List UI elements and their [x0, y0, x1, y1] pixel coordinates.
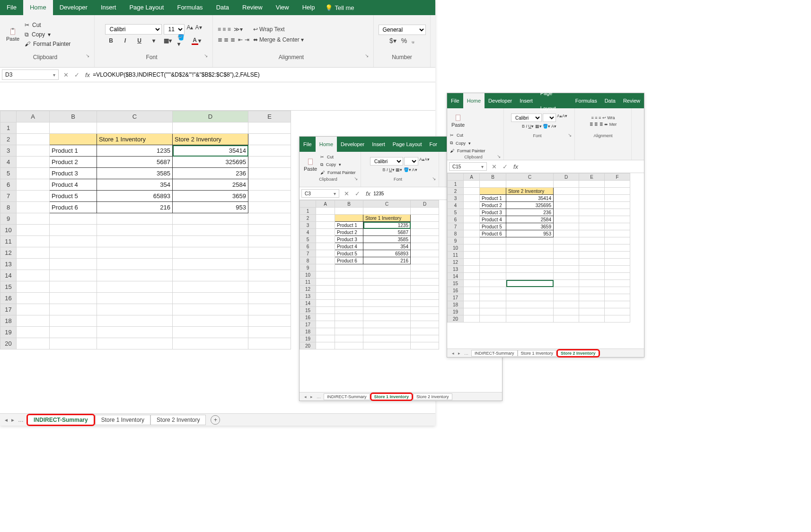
cell-E5[interactable] [248, 168, 291, 179]
row-header-5[interactable]: 5 [300, 236, 316, 243]
cell-C17[interactable] [506, 294, 554, 301]
font-color-button[interactable]: A▾ [192, 36, 201, 45]
cell-D19[interactable] [554, 308, 579, 315]
cell-B6[interactable]: Product 4 [480, 216, 506, 223]
dialog-launcher-icon[interactable]: ↘ [204, 53, 208, 58]
cell-E6[interactable] [248, 179, 291, 191]
cell-B8[interactable]: Product 6 [50, 202, 97, 213]
row-header-14[interactable]: 14 [300, 300, 316, 307]
cell-B4[interactable]: Product 2 [50, 157, 97, 168]
sheet-tab-indirect-summary[interactable]: INDIRECT-Summary [471, 350, 518, 357]
copy-button[interactable]: ⧉ Copy ▾ [320, 162, 356, 167]
cell-C3[interactable]: 35414 [506, 195, 554, 202]
cell-A6[interactable] [464, 216, 480, 223]
cell-C11[interactable] [506, 252, 554, 259]
cell-E10[interactable] [248, 225, 291, 236]
cell-B18[interactable] [335, 328, 363, 335]
col-header-C[interactable]: C [506, 174, 554, 181]
cell-B11[interactable] [50, 236, 97, 247]
cell-D19[interactable] [411, 335, 439, 342]
cell-F1[interactable] [605, 181, 630, 188]
row-header-15[interactable]: 15 [300, 307, 316, 314]
cell-C14[interactable] [363, 300, 411, 307]
cell-D15[interactable] [554, 280, 579, 287]
cell-A11[interactable] [17, 236, 50, 247]
select-all-corner[interactable] [0, 111, 17, 122]
cell-A18[interactable] [316, 328, 335, 335]
cell-A16[interactable] [316, 314, 335, 321]
cell-C4[interactable]: 5687 [97, 157, 173, 168]
cell-B20[interactable] [50, 338, 97, 349]
cell-A9[interactable] [316, 264, 335, 271]
paste-button[interactable]: Paste [302, 154, 318, 175]
cell-F3[interactable] [605, 195, 630, 202]
cell-B11[interactable] [480, 252, 506, 259]
row-header-19[interactable]: 19 [448, 308, 464, 315]
row-header-12[interactable]: 12 [0, 247, 17, 259]
cell-C17[interactable] [97, 304, 173, 315]
cell-E20[interactable] [579, 315, 605, 323]
col-header-B[interactable]: B [335, 201, 363, 208]
dialog-launcher-icon[interactable]: ↘ [365, 53, 369, 58]
cell-D9[interactable] [411, 264, 439, 271]
row-header-7[interactable]: 7 [300, 250, 316, 257]
cell-D8[interactable] [411, 257, 439, 264]
cut-button[interactable]: ✂ Cut [320, 155, 356, 159]
cell-D14[interactable] [554, 273, 579, 280]
ribbon-tab-view[interactable]: View [269, 0, 296, 15]
cell-A13[interactable] [464, 266, 480, 273]
cell-C2[interactable]: Store 1 Inventory [363, 215, 411, 222]
cell-A4[interactable] [316, 229, 335, 236]
cell-A1[interactable] [316, 208, 335, 215]
cell-B14[interactable] [335, 300, 363, 307]
cell-C8[interactable]: 216 [97, 202, 173, 213]
cell-C14[interactable] [97, 270, 173, 281]
currency-button[interactable]: $▾ [389, 37, 397, 44]
row-header-16[interactable]: 16 [0, 293, 17, 304]
ribbon-tab-review[interactable]: Review [619, 93, 644, 108]
row-header-17[interactable]: 17 [0, 304, 17, 315]
cell-C6[interactable]: 2584 [506, 216, 554, 223]
cell-C9[interactable] [97, 213, 173, 225]
cell-E16[interactable] [579, 287, 605, 294]
cell-C14[interactable] [506, 273, 554, 280]
cell-B13[interactable] [480, 266, 506, 273]
cell-F8[interactable] [605, 230, 630, 237]
row-header-1[interactable]: 1 [0, 122, 17, 134]
cell-D11[interactable] [554, 252, 579, 259]
row-header-3[interactable]: 3 [300, 222, 316, 229]
cell-C3[interactable]: 1235 [363, 222, 411, 229]
cell-A5[interactable] [17, 168, 50, 179]
cell-A12[interactable] [464, 259, 480, 266]
cell-E9[interactable] [579, 237, 605, 244]
cell-B2[interactable] [335, 215, 363, 222]
cell-C18[interactable] [97, 315, 173, 327]
cell-F6[interactable] [605, 216, 630, 223]
formula-input[interactable] [93, 70, 432, 80]
col-header-C[interactable]: C [363, 201, 411, 208]
cell-C10[interactable] [363, 271, 411, 279]
cell-E18[interactable] [579, 301, 605, 308]
cell-A9[interactable] [464, 237, 480, 244]
cell-E1[interactable] [248, 122, 291, 134]
cell-C19[interactable] [506, 308, 554, 315]
cell-B13[interactable] [50, 259, 97, 270]
cell-A9[interactable] [17, 213, 50, 225]
cell-C16[interactable] [363, 314, 411, 321]
borders-button[interactable]: ▦▾ [163, 36, 173, 45]
sheet-tab-store-2-inventory[interactable]: Store 2 Inventory [556, 349, 600, 358]
cell-D7[interactable] [411, 250, 439, 257]
cell-C7[interactable]: 3659 [506, 223, 554, 230]
cell-A12[interactable] [316, 286, 335, 293]
decrease-font-icon[interactable]: A▾ [195, 24, 202, 35]
row-header-9[interactable]: 9 [448, 237, 464, 244]
row-header-18[interactable]: 18 [300, 328, 316, 335]
row-header-3[interactable]: 3 [0, 145, 17, 157]
cut-button[interactable]: ✂ Cut [450, 133, 485, 138]
ribbon-tab-data[interactable]: Data [210, 0, 236, 15]
cell-C2[interactable]: Store 2 Inventory [506, 188, 554, 195]
row-header-7[interactable]: 7 [448, 223, 464, 230]
cell-D1[interactable] [554, 181, 579, 188]
row-header-8[interactable]: 8 [0, 202, 17, 213]
cell-B17[interactable] [335, 321, 363, 328]
